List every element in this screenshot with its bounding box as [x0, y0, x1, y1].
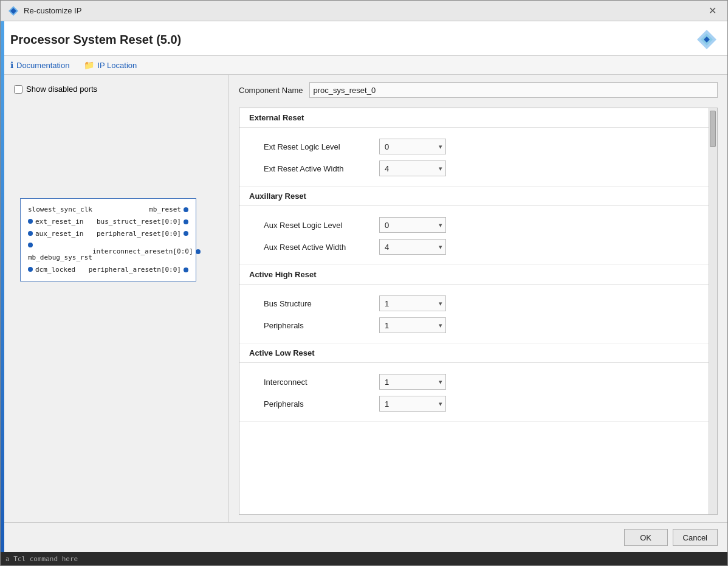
aux-logic-level-label: Aux Reset Logic Level: [264, 221, 373, 230]
section-title-auxillary-reset: Auxillary Reset: [249, 192, 306, 201]
config-scrollable: External Reset Ext Reset Logic Level 0 1: [239, 108, 717, 422]
aux-logic-level-select[interactable]: 0 1: [379, 217, 446, 233]
dot-ext-left: [28, 219, 33, 224]
section-header-active-low-reset: Active Low Reset: [239, 343, 717, 363]
port-bus-struct-reset: bus_struct_reset[0:0]: [97, 216, 188, 228]
left-accent-strip: [1, 75, 4, 522]
bus-structure-label: Bus Structure: [264, 299, 373, 308]
port-peripheral-reset: peripheral_reset[0:0]: [97, 228, 188, 240]
aux-logic-level-wrapper: 0 1: [379, 217, 446, 233]
documentation-label: Documentation: [16, 61, 69, 70]
interconnect-wrapper: 01234: [379, 374, 446, 390]
ext-active-width-label: Ext Reset Active Width: [264, 164, 373, 173]
section-title-active-low-reset: Active Low Reset: [249, 348, 315, 357]
section-title-external-reset: External Reset: [249, 113, 304, 122]
ip-location-label: IP Location: [97, 61, 137, 70]
ok-button[interactable]: OK: [624, 529, 668, 546]
ext-logic-level-wrapper: 0 1: [379, 139, 446, 154]
section-title-active-high-reset: Active High Reset: [249, 270, 317, 279]
aux-active-width-label: Aux Reset Active Width: [264, 243, 373, 252]
field-row-high-peripherals: Peripherals 01234: [264, 317, 707, 333]
interconnect-label: Interconnect: [264, 378, 373, 387]
close-button[interactable]: ✕: [705, 4, 720, 18]
component-name-input[interactable]: [309, 82, 718, 98]
title-bar: Re-customize IP ✕: [1, 1, 727, 21]
port-aux-reset-in: aux_reset_in: [28, 228, 83, 240]
tcl-text: a Tcl command here: [5, 555, 78, 563]
ip-location-button[interactable]: 📁 IP Location: [81, 59, 139, 71]
title-bar-title: Re-customize IP: [24, 6, 81, 15]
show-disabled-row: Show disabled ports: [14, 85, 219, 94]
left-panel: Show disabled ports slowest_sync_clk mb_…: [4, 75, 229, 522]
ext-active-width-select[interactable]: 12345678: [379, 160, 446, 176]
diagram-row: aux_reset_in peripheral_reset[0:0]: [28, 228, 188, 240]
bus-structure-select[interactable]: 01234: [379, 295, 446, 311]
field-row-aux-logic-level: Aux Reset Logic Level 0 1: [264, 217, 707, 233]
dot-periph-aresetn: [184, 267, 188, 272]
interconnect-select[interactable]: 01234: [379, 374, 446, 390]
port-peripheral-aresetn: peripheral_aresetn[0:0]: [89, 264, 188, 276]
aux-active-width-wrapper: 12345678: [379, 239, 446, 255]
component-name-row: Component Name: [239, 82, 718, 98]
section-body-auxillary-reset: Aux Reset Logic Level 0 1 Aux Reset Acti…: [239, 206, 717, 265]
ext-logic-level-label: Ext Reset Logic Level: [264, 142, 373, 151]
documentation-button[interactable]: ℹ Documentation: [8, 59, 72, 71]
dot-bus-struct: [184, 219, 188, 224]
scrollbar-thumb[interactable]: [710, 111, 716, 147]
field-row-low-peripherals: Peripherals 01234: [264, 396, 707, 412]
port-mb-debug-sys-rst: mb_debug_sys_rst: [28, 240, 92, 264]
diagram-row: slowest_sync_clk mb_reset: [28, 204, 188, 216]
field-row-ext-logic-level: Ext Reset Logic Level 0 1: [264, 139, 707, 154]
section-header-auxillary-reset: Auxillary Reset: [239, 187, 717, 206]
folder-icon: 📁: [84, 60, 94, 70]
diagram-row: dcm_locked peripheral_aresetn[0:0]: [28, 264, 188, 276]
dot-mb-reset: [184, 207, 188, 212]
field-row-aux-active-width: Aux Reset Active Width 12345678: [264, 239, 707, 255]
title-bar-left: Re-customize IP: [8, 5, 81, 16]
field-row-ext-active-width: Ext Reset Active Width 12345678: [264, 160, 707, 176]
port-slowest-sync-clk: slowest_sync_clk: [28, 204, 92, 216]
section-body-external-reset: Ext Reset Logic Level 0 1 Ext Reset Acti…: [239, 128, 717, 187]
section-body-active-high-reset: Bus Structure 01234 Peripherals: [239, 285, 717, 343]
cancel-button[interactable]: Cancel: [673, 529, 718, 546]
info-icon: ℹ: [10, 60, 13, 70]
main-content: Show disabled ports slowest_sync_clk mb_…: [1, 75, 727, 522]
dialog: Re-customize IP ✕ Processor System Reset…: [0, 0, 728, 566]
dot-interconnect: [196, 249, 201, 254]
section-header-external-reset: External Reset: [239, 108, 717, 128]
low-peripherals-wrapper: 01234: [379, 396, 446, 412]
port-interconnect-aresetn: interconnect_aresetn[0:0]: [92, 240, 201, 264]
show-disabled-checkbox[interactable]: [14, 85, 22, 94]
low-peripherals-label: Peripherals: [264, 399, 373, 409]
section-header-active-high-reset: Active High Reset: [239, 265, 717, 285]
tcl-bar: a Tcl command here: [1, 552, 727, 565]
high-peripherals-wrapper: 01234: [379, 317, 446, 333]
low-peripherals-select[interactable]: 01234: [379, 396, 446, 412]
brand-logo: [696, 29, 718, 50]
field-row-interconnect: Interconnect 01234: [264, 374, 707, 390]
app-icon: [8, 5, 19, 16]
port-mb-reset: mb_reset: [149, 204, 188, 216]
high-peripherals-label: Peripherals: [264, 321, 373, 330]
dialog-title: Processor System Reset (5.0): [10, 33, 181, 47]
scrollbar-track[interactable]: [709, 108, 717, 514]
ext-logic-level-select[interactable]: 0 1: [379, 139, 446, 154]
port-dcm-locked: dcm_locked: [28, 264, 75, 276]
component-diagram: slowest_sync_clk mb_reset ext_reset_in b…: [20, 198, 196, 281]
ext-active-width-wrapper: 12345678: [379, 160, 446, 176]
port-ext-reset-in: ext_reset_in: [28, 216, 83, 228]
section-body-active-low-reset: Interconnect 01234 Peripherals: [239, 363, 717, 422]
diagram-row: ext_reset_in bus_struct_reset[0:0]: [28, 216, 188, 228]
dot-aux-left: [28, 231, 33, 236]
component-name-label: Component Name: [239, 86, 303, 95]
right-panel: Component Name External Reset Ext Reset …: [229, 75, 727, 522]
diagram-row: mb_debug_sys_rst interconnect_aresetn[0:…: [28, 240, 188, 264]
show-disabled-label: Show disabled ports: [26, 85, 97, 94]
footer: OK Cancel: [1, 522, 727, 552]
aux-active-width-select[interactable]: 12345678: [379, 239, 446, 255]
field-row-bus-structure: Bus Structure 01234: [264, 295, 707, 311]
high-peripherals-select[interactable]: 01234: [379, 317, 446, 333]
dot-periph-reset: [184, 231, 188, 236]
config-panel: External Reset Ext Reset Logic Level 0 1: [239, 108, 718, 515]
dot-dcm-left: [28, 267, 33, 272]
